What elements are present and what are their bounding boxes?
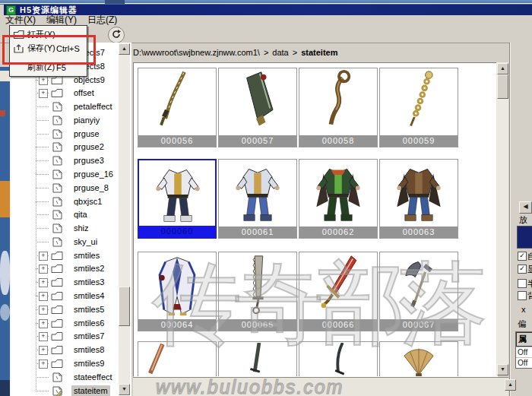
file-icon (50, 115, 64, 128)
tree-expander-icon[interactable]: + (39, 360, 48, 369)
file-icon (50, 209, 64, 222)
item-sprite-white-coat (139, 253, 215, 319)
folder-icon (50, 277, 64, 290)
tree-expander-icon[interactable]: + (39, 346, 48, 355)
item-sprite-broad-blade (220, 69, 296, 135)
sidebar-item-smtiles[interactable]: +smtiles (11, 249, 131, 262)
grid-scroll-thumb[interactable] (497, 74, 508, 99)
rotate-toolbar-button[interactable] (108, 27, 125, 43)
sidebar-item-prguse_8[interactable]: prguse_8 (11, 182, 131, 195)
checkbox-1[interactable]: ✓ (518, 265, 527, 274)
sidebar-item-sky_ui[interactable]: sky_ui (11, 236, 131, 249)
tree-expander-icon[interactable]: + (39, 265, 48, 274)
collapse-panel-button[interactable]: ◀ (519, 201, 532, 214)
grid-tile-partial-1[interactable] (218, 341, 297, 377)
grid-tile-partial-3[interactable] (379, 341, 458, 377)
grid-tile-000065[interactable]: 000065 (218, 252, 297, 331)
grid-tile-000063[interactable]: 000063 (379, 159, 458, 239)
title-bar[interactable]: G H5资源编辑器 (4, 5, 532, 15)
tree-scroll-down-button[interactable]: ▼ (119, 384, 130, 395)
item-sprite-chain-whip (381, 69, 457, 135)
sidebar-item-smtiles9[interactable]: +smtiles9 (11, 357, 131, 370)
tree-connector (36, 174, 49, 175)
sidebar-item-smtiles2[interactable]: +smtiles2 (11, 262, 131, 275)
sidebar-item-stateitem[interactable]: stateitem (11, 385, 131, 396)
sidebar-item-label: offset (71, 87, 97, 98)
menu-item-2[interactable]: 日志(Z) (82, 15, 122, 25)
grid-tile-000066[interactable]: 000066 (299, 252, 378, 331)
checkbox-3[interactable] (518, 291, 527, 300)
breadcrumb-folder-data[interactable]: data (272, 48, 288, 57)
sidebar-item-stateeffect[interactable]: stateeffect (11, 371, 131, 384)
sidebar-item-label: stateeffect (71, 372, 115, 382)
grid-tile-000057[interactable]: 000057 (218, 68, 297, 147)
sidebar-item-prguse2[interactable]: prguse2 (11, 141, 131, 154)
tree-expander-icon[interactable]: + (39, 278, 48, 287)
grid-tile-000064[interactable]: 000064 (138, 252, 217, 331)
grid-tile-partial-2[interactable] (299, 341, 378, 377)
tree-expander-icon[interactable]: + (39, 319, 48, 328)
grid-tile-000061[interactable]: 000061 (218, 159, 297, 239)
breadcrumb-path: D:\wwwroot\swjbnew.zjnww.com1\ (133, 48, 260, 57)
sidebar-item-smtiles8[interactable]: +smtiles8 (11, 344, 131, 356)
tree-scroll-up-button[interactable]: ▲ (119, 43, 130, 55)
tree-connector (36, 201, 49, 202)
tree-scrollbar[interactable] (119, 43, 130, 394)
grid-scroll-up-button[interactable]: ▲ (497, 63, 508, 74)
grid-scroll-down-button[interactable]: ▼ (497, 364, 508, 375)
grid-tile-000067[interactable]: 000067 (379, 252, 458, 331)
sidebar-item-petaleffect[interactable]: petaleffect (11, 100, 131, 113)
zoom-button[interactable]: 放 (519, 214, 527, 226)
sidebar-item-prguse3[interactable]: prguse3 (11, 154, 131, 167)
property-table: 属 OffOff (515, 331, 532, 369)
tree-expander-icon[interactable]: + (39, 89, 48, 98)
grid-tile-000062[interactable]: 000062 (299, 159, 378, 239)
sidebar-item-label: smtiles7 (71, 331, 106, 341)
menu-item-1[interactable]: 编辑(Y) (41, 15, 82, 25)
sidebar-item-shiz[interactable]: shiz (11, 222, 131, 235)
menu-item-0[interactable]: 文件(X) (0, 15, 41, 25)
sidebar-item-smtiles6[interactable]: +smtiles6 (11, 317, 131, 330)
breadcrumb-current[interactable]: stateitem (301, 48, 337, 57)
sidebar-item-smtiles7[interactable]: +smtiles7 (11, 330, 131, 343)
sidebar-item-prguse[interactable]: prguse (11, 128, 131, 141)
checkbox-2[interactable] (518, 279, 527, 288)
tree-connector (36, 242, 49, 242)
tree-expander-icon[interactable]: + (39, 252, 48, 261)
tree-connector (36, 228, 49, 229)
sidebar-item-offset[interactable]: +offset (11, 87, 131, 100)
property-row-0[interactable]: Off (516, 347, 532, 357)
tree-expander-icon[interactable]: + (39, 306, 48, 315)
sidebar-item-smtiles5[interactable]: +smtiles5 (11, 303, 131, 316)
checkbox-0[interactable]: ✓ (518, 252, 527, 261)
grid-tile-000056[interactable]: 000056 (138, 68, 217, 147)
item-sprite-armor-white-gold (140, 161, 216, 227)
property-row-1[interactable]: Off (516, 357, 532, 368)
item-sprite-red-sword (300, 253, 376, 319)
file-icon (50, 141, 64, 154)
sidebar-item-label: smtiles5 (71, 304, 106, 315)
tree-connector (36, 120, 49, 121)
grid-tile-000058[interactable]: 000058 (299, 68, 378, 147)
grid-tile-000060[interactable]: 000060 (138, 159, 217, 239)
color-swatch[interactable] (517, 226, 532, 249)
tree-scroll-thumb[interactable] (119, 287, 130, 326)
panel-scroll-up-button[interactable]: ▲ (505, 379, 516, 391)
sidebar-item-pianyiy[interactable]: pianyiy (11, 114, 131, 127)
grid-scrollbar[interactable] (496, 62, 508, 375)
sidebar-item-smtiles3[interactable]: +smtiles3 (11, 276, 131, 289)
tree-expander-icon[interactable]: + (39, 332, 48, 341)
sidebar-item-qbxjsc1[interactable]: qbxjsc1 (11, 195, 131, 208)
sidebar-item-prguse_16[interactable]: prguse_16 (11, 168, 131, 181)
grid-tile-000059[interactable]: 000059 (379, 68, 458, 147)
tree-connector (36, 147, 49, 147)
annotation-box (2, 35, 96, 65)
sidebar-item-smtiles4[interactable]: +smtiles4 (11, 290, 131, 303)
tree-connector (36, 377, 49, 378)
sidebar-item-qita[interactable]: qita (11, 208, 131, 221)
grid-tile-partial-0[interactable] (138, 341, 217, 377)
tree-expander-icon[interactable]: + (39, 292, 48, 301)
tree-expander-icon[interactable]: + (39, 76, 48, 85)
horizontal-scrollbar[interactable] (133, 377, 508, 396)
sidebar-item-label: qbxjsc1 (71, 196, 104, 207)
